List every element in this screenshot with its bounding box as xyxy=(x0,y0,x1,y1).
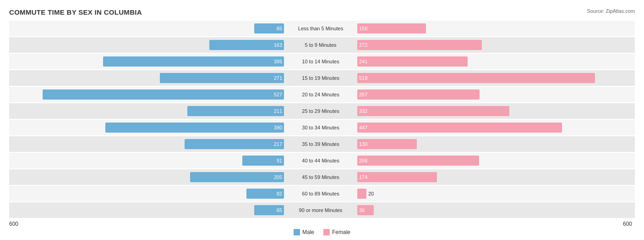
bar-row: 20545 to 59 Minutes174 xyxy=(9,169,635,185)
axis-left-label: 600 xyxy=(9,221,284,227)
male-bar: 217 xyxy=(185,139,284,149)
row-label: 35 to 39 Minutes xyxy=(284,141,357,147)
row-label: 5 to 9 Minutes xyxy=(284,42,357,48)
bar-row: 1635 to 9 Minutes272 xyxy=(9,37,635,53)
right-section: 272 xyxy=(357,37,632,53)
female-value-label: 332 xyxy=(359,108,367,114)
male-value-label: 390 xyxy=(274,125,282,130)
row-label: 60 to 89 Minutes xyxy=(284,191,357,196)
axis-labels: 600 600 xyxy=(9,221,635,227)
legend-male-label: Male xyxy=(302,229,314,235)
right-section: 447 xyxy=(357,120,632,135)
row-label: 90 or more Minutes xyxy=(284,207,357,213)
left-section: 527 xyxy=(9,87,284,102)
male-value-label: 91 xyxy=(277,158,282,163)
male-bar: 65 xyxy=(254,205,284,215)
male-value-label: 271 xyxy=(274,75,282,81)
bar-row: 39030 to 34 Minutes447 xyxy=(9,120,635,135)
female-bar: 272 xyxy=(357,40,482,50)
row-label: 40 to 44 Minutes xyxy=(284,158,357,163)
left-section: 217 xyxy=(9,136,284,152)
legend-female: Female xyxy=(323,229,350,235)
male-bar: 205 xyxy=(190,172,284,182)
male-bar: 163 xyxy=(209,40,284,50)
row-label: 30 to 34 Minutes xyxy=(284,125,357,130)
right-section: 241 xyxy=(357,54,632,69)
left-section: 205 xyxy=(9,169,284,185)
right-section: 20 xyxy=(357,186,632,201)
bar-row: 21735 to 39 Minutes130 xyxy=(9,136,635,152)
row-label: 20 to 24 Minutes xyxy=(284,92,357,97)
right-section: 266 xyxy=(357,153,632,168)
right-section: 150 xyxy=(357,21,632,36)
chart-container: COMMUTE TIME BY SEX IN COLUMBIA Source: … xyxy=(0,0,644,240)
left-section: 163 xyxy=(9,37,284,53)
female-bar: 267 xyxy=(357,89,480,100)
female-value-label: 267 xyxy=(359,92,367,97)
legend-male: Male xyxy=(294,229,314,235)
legend-female-label: Female xyxy=(332,229,350,235)
left-section: 82 xyxy=(9,186,284,201)
bar-row: 8260 to 89 Minutes20 xyxy=(9,186,635,201)
female-bar: 174 xyxy=(357,172,437,182)
left-section: 211 xyxy=(9,103,284,119)
female-value-label: 266 xyxy=(359,158,367,163)
bar-row: 52720 to 24 Minutes267 xyxy=(9,87,635,102)
right-section: 267 xyxy=(357,87,632,102)
left-section: 271 xyxy=(9,70,284,86)
male-value-label: 205 xyxy=(274,174,282,180)
bar-row: 39510 to 14 Minutes241 xyxy=(9,54,635,69)
left-section: 65 xyxy=(9,21,284,36)
legend-female-box xyxy=(323,229,330,235)
bar-row: 9140 to 44 Minutes266 xyxy=(9,153,635,168)
female-value-label: 519 xyxy=(359,75,367,81)
male-bar: 91 xyxy=(242,156,284,166)
male-bar: 527 xyxy=(43,89,284,100)
axis-right-label: 600 xyxy=(357,221,632,227)
female-value-label: 20 xyxy=(368,191,374,196)
male-bar: 395 xyxy=(103,56,284,67)
right-section: 36 xyxy=(357,202,632,218)
row-label: 25 to 29 Minutes xyxy=(284,108,357,114)
male-value-label: 217 xyxy=(274,141,282,147)
female-bar: 519 xyxy=(357,73,595,83)
bar-row: 6590 or more Minutes36 xyxy=(9,202,635,218)
female-value-label: 174 xyxy=(359,174,367,180)
female-value-label: 36 xyxy=(359,207,365,213)
legend: Male Female xyxy=(9,229,635,235)
left-section: 91 xyxy=(9,153,284,168)
female-bar: 150 xyxy=(357,23,426,33)
bar-row: 21125 to 29 Minutes332 xyxy=(9,103,635,119)
source-label: Source: ZipAtlas.com xyxy=(587,8,635,14)
male-value-label: 527 xyxy=(274,92,282,97)
female-bar: 241 xyxy=(357,56,468,67)
row-label: Less than 5 Minutes xyxy=(284,26,357,31)
right-section: 519 xyxy=(357,70,632,86)
bar-row: 65Less than 5 Minutes150 xyxy=(9,21,635,36)
male-value-label: 65 xyxy=(277,207,282,213)
left-section: 395 xyxy=(9,54,284,69)
male-bar: 82 xyxy=(246,189,284,199)
female-bar: 36 xyxy=(357,205,374,215)
row-label: 15 to 19 Minutes xyxy=(284,75,357,81)
right-section: 332 xyxy=(357,103,632,119)
female-bar: 332 xyxy=(357,106,509,116)
left-section: 390 xyxy=(9,120,284,135)
left-section: 65 xyxy=(9,202,284,218)
legend-male-box xyxy=(294,229,300,235)
male-value-label: 395 xyxy=(274,59,282,64)
male-value-label: 163 xyxy=(274,42,282,48)
bar-row: 27115 to 19 Minutes519 xyxy=(9,70,635,86)
male-value-label: 82 xyxy=(277,191,282,196)
female-value-label: 130 xyxy=(359,141,367,147)
female-value-label: 241 xyxy=(359,59,367,64)
male-value-label: 211 xyxy=(274,108,282,114)
female-bar: 266 xyxy=(357,156,479,166)
male-bar: 211 xyxy=(187,106,284,116)
female-value-label: 150 xyxy=(359,26,367,31)
female-bar: 447 xyxy=(357,123,562,133)
male-bar: 271 xyxy=(160,73,284,83)
row-label: 10 to 14 Minutes xyxy=(284,59,357,64)
row-label: 45 to 59 Minutes xyxy=(284,174,357,180)
right-section: 174 xyxy=(357,169,632,185)
